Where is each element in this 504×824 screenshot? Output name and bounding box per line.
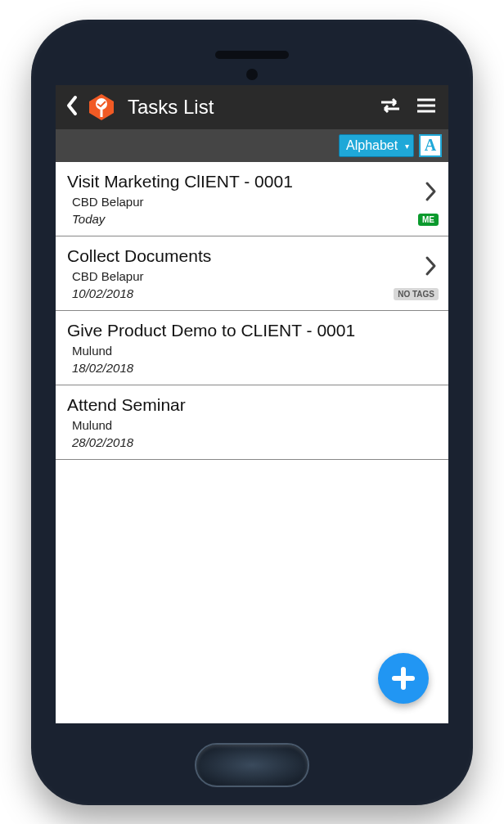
task-row[interactable]: Give Product Demo to CLIENT - 0001Mulund… xyxy=(56,311,448,385)
task-location: CBD Belapur xyxy=(67,269,437,283)
back-button[interactable] xyxy=(64,94,80,120)
task-title: Visit Marketing ClIENT - 0001 xyxy=(67,172,437,191)
app-header: Tasks List xyxy=(56,85,448,129)
task-date: 28/02/2018 xyxy=(67,435,437,449)
task-row[interactable]: Visit Marketing ClIENT - 0001CBD Belapur… xyxy=(56,162,448,236)
page-title: Tasks List xyxy=(128,96,368,119)
task-date: 18/02/2018 xyxy=(67,361,437,375)
task-title: Collect Documents xyxy=(67,246,437,266)
task-date: Today xyxy=(67,212,437,226)
task-tag: NO TAGS xyxy=(394,288,439,300)
task-location: CBD Belapur xyxy=(67,195,437,209)
chevron-left-icon xyxy=(64,94,80,117)
task-tag: ME xyxy=(418,214,439,226)
task-location: Mulund xyxy=(67,344,437,358)
phone-sensor xyxy=(246,69,258,80)
add-task-fab[interactable] xyxy=(378,653,429,704)
menu-button[interactable] xyxy=(412,93,440,121)
phone-home-button[interactable] xyxy=(195,743,309,787)
phone-frame: Tasks List Alphabet A xyxy=(31,20,473,805)
refresh-button[interactable] xyxy=(375,92,406,122)
hamburger-icon xyxy=(416,97,437,115)
task-row[interactable]: Attend SeminarMulund28/02/2018 xyxy=(56,385,448,460)
sort-bar: Alphabet A xyxy=(56,129,448,162)
sort-select-wrap: Alphabet xyxy=(339,134,414,157)
chevron-right-icon xyxy=(424,254,439,277)
sort-select[interactable]: Alphabet xyxy=(339,134,414,157)
task-title: Give Product Demo to CLIENT - 0001 xyxy=(67,321,437,340)
task-row[interactable]: Collect DocumentsCBD Belapur10/02/2018NO… xyxy=(56,236,448,311)
task-title: Attend Seminar xyxy=(67,395,437,415)
chevron-right-icon xyxy=(424,180,439,203)
alpha-filter-button[interactable]: A xyxy=(419,134,442,157)
plus-icon xyxy=(389,664,418,693)
app-logo-icon xyxy=(87,92,116,122)
sync-icon xyxy=(378,96,403,115)
task-date: 10/02/2018 xyxy=(67,286,437,300)
phone-speaker xyxy=(215,51,289,59)
tasks-list: Visit Marketing ClIENT - 0001CBD Belapur… xyxy=(56,162,448,723)
app-screen: Tasks List Alphabet A xyxy=(56,85,448,723)
task-location: Mulund xyxy=(67,418,437,432)
